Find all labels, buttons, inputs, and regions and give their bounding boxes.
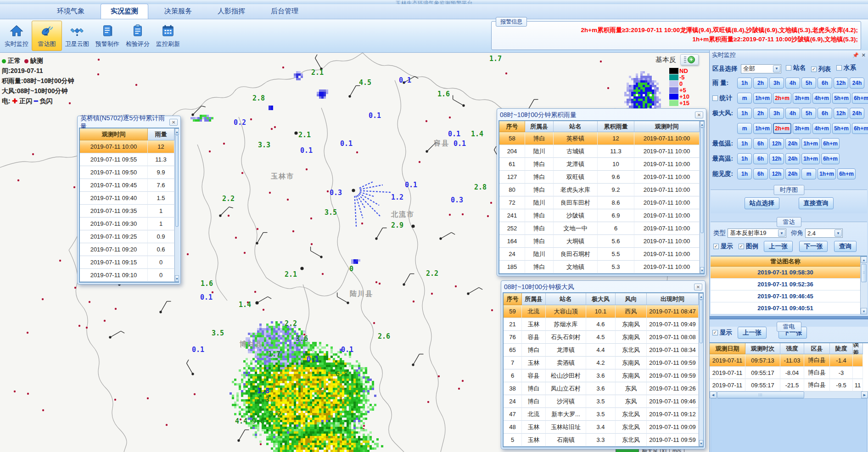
period-button-24h[interactable]: 24h <box>785 138 800 149</box>
table-row[interactable]: 2019-07-11 09:457.6 <box>80 179 174 192</box>
period-button-24h[interactable]: 24h <box>850 108 864 119</box>
period-button-4h+m[interactable]: 4h+m <box>812 123 831 134</box>
add-button[interactable]: + <box>688 56 695 63</box>
table-row[interactable]: 24博白沙河镇3.5东风2019-07-11 09:46 <box>504 395 699 408</box>
period-button-6h+m[interactable]: 6h+m <box>852 93 868 104</box>
column-header-所属县[interactable]: 所属县 <box>522 293 546 305</box>
period-button-2h+m[interactable]: 2h+m <box>773 123 791 134</box>
vertical-scrollbar[interactable]: ▲▼ <box>860 257 867 314</box>
tool-button-预警制作[interactable]: 预警制作 <box>92 21 123 51</box>
period-button-3h+m[interactable]: 3h+m <box>793 93 811 104</box>
table-row[interactable]: 2019-07-11 09:200.6 <box>80 243 174 256</box>
column-header-观测时间[interactable]: 观测时间 <box>80 128 148 140</box>
period-button-1h[interactable]: 1h <box>737 168 752 179</box>
scroll-track[interactable] <box>175 135 179 275</box>
column-header-陡度[interactable]: 陡度 <box>830 343 853 354</box>
scroll-thumb[interactable] <box>175 135 179 227</box>
vertical-scrollbar[interactable]: ▲▼ <box>699 293 703 446</box>
checkbox-box[interactable] <box>712 95 718 101</box>
period-button-1h[interactable]: 1h <box>737 138 752 149</box>
horizontal-scrollbar[interactable]: ◀▶ <box>710 391 868 398</box>
column-header-观测时间[interactable]: 观测时间 <box>634 121 700 132</box>
table-row[interactable]: 80博白老虎头水库9.22019-07-11 10:00 <box>499 184 700 196</box>
table-row[interactable]: 2019-07-11 09:301 <box>80 218 174 230</box>
period-button-6h[interactable]: 6h <box>753 168 768 179</box>
table-row[interactable]: 2019-07-1109:55:17-21.5博白县-9.511 <box>710 379 868 391</box>
table-row[interactable]: 241博白沙陂镇6.92019-07-11 10:00 <box>499 209 700 222</box>
scroll-up-icon[interactable]: ▲ <box>699 293 703 300</box>
tool-button-卫星云图[interactable]: 卫星云图 <box>62 21 92 51</box>
checkbox-box[interactable]: ✓ <box>739 244 744 249</box>
checkbox-box[interactable]: ✓ <box>713 244 719 249</box>
scroll-left-icon[interactable]: ◀ <box>710 391 717 398</box>
button-下一张[interactable]: 下一张 <box>799 241 828 252</box>
panel-splitter[interactable] <box>710 316 868 319</box>
table-row[interactable]: 2019-07-1109:57:13-11.03博白县-1.4 <box>710 354 868 367</box>
tool-button-雷达图[interactable]: 雷达图 <box>32 21 62 51</box>
period-button-1h[interactable]: 1h <box>737 153 752 164</box>
table-row[interactable]: 6容县松山沙田村3.6东南风2019-07-11 09:59 <box>504 369 699 382</box>
column-header-观测时次[interactable]: 观测时次 <box>745 343 780 354</box>
period-button-m[interactable]: m <box>737 93 752 104</box>
scroll-up-icon[interactable]: ▲ <box>861 257 867 263</box>
tool-button-检验评分[interactable]: 检验评分 <box>123 21 153 51</box>
scroll-down-icon[interactable]: ▼ <box>699 440 703 446</box>
checkbox-box[interactable] <box>786 65 791 71</box>
button-站点选择[interactable]: 站点选择 <box>745 197 779 209</box>
period-button-6h[interactable]: 6h <box>753 138 768 149</box>
column-header-风向[interactable]: 风向 <box>616 293 647 305</box>
period-button-4h[interactable]: 4h <box>785 78 800 89</box>
table-row[interactable]: 2019-07-11 10:0012 <box>80 140 174 153</box>
period-button-12h[interactable]: 12h <box>769 138 784 149</box>
checkbox-水系[interactable]: 水系 <box>836 64 862 72</box>
menu-tab-后台管理[interactable]: 后台管理 <box>261 4 308 19</box>
period-button-m[interactable]: m <box>801 168 816 179</box>
column-header-极大风[interactable]: 极大风 <box>586 293 616 305</box>
period-button-2h+m[interactable]: 2h+m <box>773 93 791 104</box>
menu-tab-决策服务[interactable]: 决策服务 <box>155 4 202 19</box>
column-header-站名[interactable]: 站名 <box>554 121 598 132</box>
column-header-出现时间[interactable]: 出现时间 <box>647 293 699 305</box>
table-row[interactable]: 5玉林石南镇3.3东北风2019-07-11 09:59 <box>504 434 699 446</box>
rain-5min-dialog-titlebar[interactable]: 英桥镇(N5702)逐5分钟累计雨量✕ <box>79 117 179 128</box>
table-row[interactable]: 185博白文地镇5.32019-07-11 10:00 <box>499 261 700 273</box>
period-button-6h[interactable]: 6h <box>753 153 768 164</box>
chevron-down-icon[interactable]: ▼ <box>778 229 785 237</box>
checkbox-显示[interactable]: ✓显示 <box>712 329 738 337</box>
period-button-6h+m[interactable]: 6h+m <box>837 168 856 179</box>
period-button-5h[interactable]: 5h <box>801 78 816 89</box>
county-select[interactable]: 全部▼ <box>741 64 781 73</box>
table-row[interactable]: 2019-07-11 09:5511.3 <box>80 153 174 166</box>
scroll-down-icon[interactable]: ▼ <box>861 308 867 314</box>
column-header-累积雨量[interactable]: 累积雨量 <box>598 121 634 132</box>
scroll-up-icon[interactable]: ▲ <box>700 121 704 128</box>
button-上一张[interactable]: 上一张 <box>764 241 793 252</box>
checkbox-列表[interactable]: ✓列表 <box>811 65 836 73</box>
radar-list-item[interactable]: 2019-07-11 09:40:51 <box>711 302 860 314</box>
table-row[interactable]: 2019-07-11 09:100 <box>80 269 174 282</box>
table-row[interactable]: 2019-07-1109:55:17-8.04博白县-3 <box>710 367 868 379</box>
table-row[interactable]: 252博白文地一中62019-07-11 10:00 <box>499 222 700 235</box>
period-button-1h[interactable]: 1h <box>737 108 752 119</box>
table-row[interactable]: 2019-07-11 09:509.9 <box>80 166 174 179</box>
period-button-6h[interactable]: 6h <box>818 78 832 89</box>
radar-list-item[interactable]: 2019-07-11 09:46:45 <box>711 290 860 302</box>
radar-type-select[interactable]: 基本反射率19▼ <box>728 229 786 238</box>
scroll-track[interactable] <box>699 300 703 440</box>
table-row[interactable]: 21玉林苏烟水库4.6东南风2019-07-11 09:49 <box>504 318 699 331</box>
table-row[interactable]: 72陆川良田车田村8.62019-07-11 10:00 <box>499 196 700 209</box>
column-header-区县[interactable]: 区县 <box>804 343 830 354</box>
menu-tab-实况监测[interactable]: 实况监测 <box>101 4 148 19</box>
column-header-序号[interactable]: 序号 <box>504 293 522 305</box>
period-button-2h[interactable]: 2h <box>753 108 768 119</box>
vertical-scrollbar[interactable]: ▲▼ <box>174 128 179 282</box>
period-button-6h[interactable]: 6h <box>818 108 832 119</box>
scroll-track[interactable] <box>861 263 867 308</box>
table-row[interactable]: 164博白大垌镇5.62019-07-11 10:00 <box>499 235 700 248</box>
tool-button-实时监控[interactable]: 实时监控 <box>1 21 32 51</box>
table-row[interactable]: 76容县石头石剑村4.5东南风2019-07-11 08:08 <box>504 331 699 344</box>
period-button-6h+m[interactable]: 6h+m <box>821 153 840 164</box>
checkbox-box[interactable]: ✓ <box>811 67 817 72</box>
period-button-12h[interactable]: 12h <box>834 108 848 119</box>
table-row[interactable]: 7玉林卖酒镇4.2东南风2019-07-11 09:59 <box>504 357 699 369</box>
